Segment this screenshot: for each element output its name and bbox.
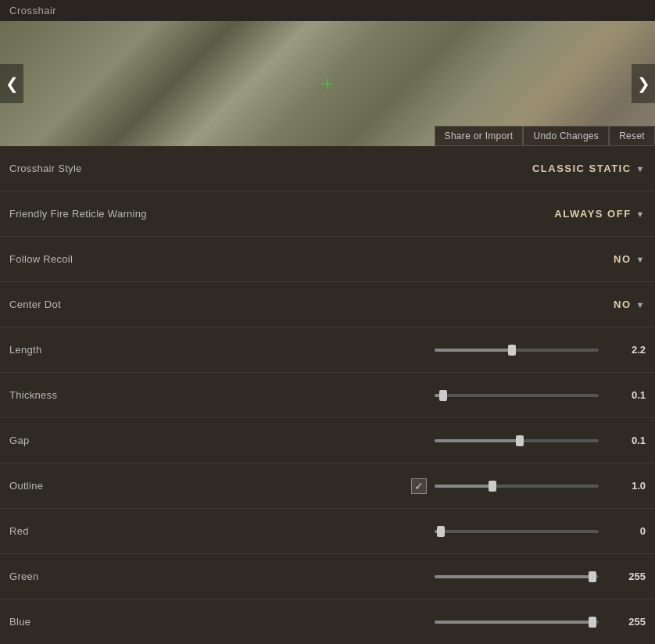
settings-area: Crosshair StyleCLASSIC STATIC▼Friendly F… xyxy=(0,146,655,644)
page-title: Crosshair xyxy=(9,5,56,16)
slider-fill-outline xyxy=(435,485,492,488)
control-outline: ✓1.0 xyxy=(181,478,646,494)
slider-wrapper-blue: 255 xyxy=(181,616,646,628)
control-length: 2.2 xyxy=(181,344,646,356)
setting-row-blue: Blue255 xyxy=(0,599,655,644)
share-import-button[interactable]: Share or Import xyxy=(435,126,524,146)
setting-row-crosshair-style: Crosshair StyleCLASSIC STATIC▼ xyxy=(0,146,655,191)
slider-thumb-gap[interactable] xyxy=(516,435,524,446)
next-arrow-icon: ❯ xyxy=(637,74,650,93)
value-outline: 1.0 xyxy=(607,480,646,492)
control-thickness: 0.1 xyxy=(181,389,646,401)
checkmark-outline: ✓ xyxy=(414,481,424,492)
dropdown-follow-recoil[interactable]: NO▼ xyxy=(614,253,646,265)
slider-thumb-outline[interactable] xyxy=(489,481,496,492)
checkbox-outline[interactable]: ✓ xyxy=(411,478,427,494)
control-crosshair-style: CLASSIC STATIC▼ xyxy=(181,163,646,174)
control-center-dot: NO▼ xyxy=(181,299,646,310)
slider-wrapper-green: 255 xyxy=(181,571,646,582)
label-green: Green xyxy=(9,571,181,582)
slider-track-outline[interactable] xyxy=(435,485,599,488)
slider-track-length[interactable] xyxy=(435,349,599,352)
slider-track-gap[interactable] xyxy=(435,439,599,442)
slider-wrapper-length: 2.2 xyxy=(181,344,646,356)
label-thickness: Thickness xyxy=(9,389,181,401)
control-friendly-fire: ALWAYS OFF▼ xyxy=(181,208,646,220)
slider-track-blue[interactable] xyxy=(435,621,599,624)
control-blue: 255 xyxy=(181,616,646,628)
dropdown-arrow-center-dot: ▼ xyxy=(636,300,646,309)
slider-track-green[interactable] xyxy=(435,575,599,578)
dropdown-value-crosshair-style: CLASSIC STATIC xyxy=(532,163,632,174)
next-arrow[interactable]: ❯ xyxy=(632,64,655,103)
label-follow-recoil: Follow Recoil xyxy=(9,253,181,265)
dropdown-center-dot[interactable]: NO▼ xyxy=(614,299,646,310)
slider-fill-gap xyxy=(435,439,520,442)
crosshair-preview xyxy=(320,76,335,91)
reset-button[interactable]: Reset xyxy=(609,126,655,146)
slider-thumb-green[interactable] xyxy=(589,571,596,582)
value-thickness: 0.1 xyxy=(607,389,646,401)
dropdown-arrow-crosshair-style: ▼ xyxy=(636,164,646,174)
control-follow-recoil: NO▼ xyxy=(181,253,646,265)
slider-fill-thickness xyxy=(435,394,443,397)
setting-row-green: Green255 xyxy=(0,554,655,599)
setting-row-center-dot: Center DotNO▼ xyxy=(0,282,655,327)
setting-row-gap: Gap0.1 xyxy=(0,418,655,463)
setting-row-red: Red0 xyxy=(0,509,655,554)
slider-thumb-thickness[interactable] xyxy=(439,390,447,401)
setting-row-thickness: Thickness0.1 xyxy=(0,373,655,418)
dropdown-arrow-friendly-fire: ▼ xyxy=(636,209,646,219)
value-green: 255 xyxy=(607,571,646,582)
preview-buttons: Share or Import Undo Changes Reset xyxy=(435,126,655,146)
control-red: 0 xyxy=(181,525,646,537)
label-gap: Gap xyxy=(9,435,181,446)
label-center-dot: Center Dot xyxy=(9,299,181,310)
label-blue: Blue xyxy=(9,616,181,628)
label-red: Red xyxy=(9,525,181,537)
slider-fill-length xyxy=(435,349,512,352)
value-blue: 255 xyxy=(607,616,646,628)
setting-row-friendly-fire: Friendly Fire Reticle WarningALWAYS OFF▼ xyxy=(0,191,655,237)
dropdown-arrow-follow-recoil: ▼ xyxy=(636,255,646,264)
slider-thumb-length[interactable] xyxy=(508,345,516,356)
dropdown-value-friendly-fire: ALWAYS OFF xyxy=(554,208,631,220)
slider-fill-red xyxy=(435,530,441,533)
value-length: 2.2 xyxy=(607,344,646,356)
label-friendly-fire: Friendly Fire Reticle Warning xyxy=(9,208,181,220)
slider-thumb-blue[interactable] xyxy=(589,617,596,628)
preview-container: ❮ ❯ Share or Import Undo Changes Reset xyxy=(0,21,655,146)
slider-wrapper-outline: ✓1.0 xyxy=(181,478,646,494)
label-length: Length xyxy=(9,344,181,356)
label-outline: Outline xyxy=(9,480,181,492)
dropdown-friendly-fire[interactable]: ALWAYS OFF▼ xyxy=(554,208,646,220)
dropdown-crosshair-style[interactable]: CLASSIC STATIC▼ xyxy=(532,163,646,174)
setting-row-follow-recoil: Follow RecoilNO▼ xyxy=(0,237,655,282)
slider-wrapper-thickness: 0.1 xyxy=(181,389,646,401)
value-red: 0 xyxy=(607,525,646,537)
slider-thumb-red[interactable] xyxy=(437,526,445,537)
slider-fill-blue xyxy=(435,621,592,624)
label-crosshair-style: Crosshair Style xyxy=(9,163,181,174)
slider-track-thickness[interactable] xyxy=(435,394,599,397)
prev-arrow-icon: ❮ xyxy=(5,74,19,93)
slider-wrapper-gap: 0.1 xyxy=(181,435,646,446)
control-gap: 0.1 xyxy=(181,435,646,446)
setting-row-outline: Outline✓1.0 xyxy=(0,463,655,509)
setting-row-length: Length2.2 xyxy=(0,327,655,373)
undo-changes-button[interactable]: Undo Changes xyxy=(523,126,609,146)
value-gap: 0.1 xyxy=(607,435,646,446)
control-green: 255 xyxy=(181,571,646,582)
dropdown-value-follow-recoil: NO xyxy=(614,253,632,265)
slider-track-red[interactable] xyxy=(435,530,599,533)
slider-wrapper-red: 0 xyxy=(181,525,646,537)
slider-fill-green xyxy=(435,575,592,578)
title-bar: Crosshair xyxy=(0,0,655,21)
dropdown-value-center-dot: NO xyxy=(614,299,632,310)
prev-arrow[interactable]: ❮ xyxy=(0,64,23,103)
